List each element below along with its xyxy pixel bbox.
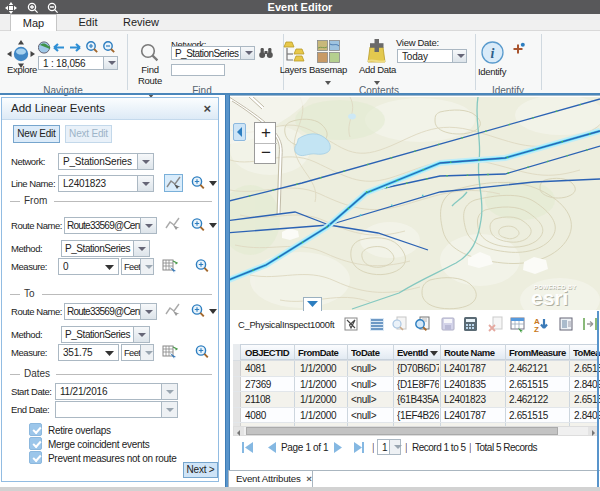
- svg-text:i: i: [491, 46, 495, 61]
- svg-text:esri: esri: [531, 286, 568, 309]
- svg-text:Z: Z: [534, 325, 539, 333]
